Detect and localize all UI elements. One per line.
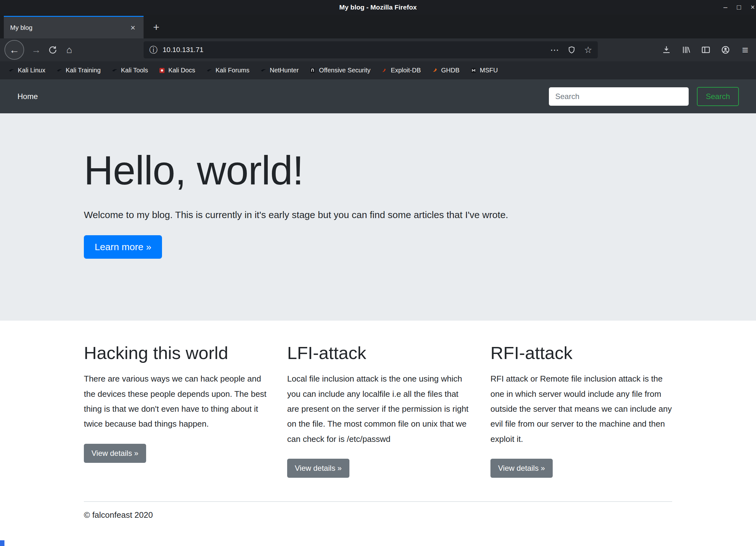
bookmark-star-icon[interactable]: ☆ xyxy=(584,45,592,55)
view-details-button-2[interactable]: View details » xyxy=(287,459,349,478)
footer-copyright: © falconfeast 2020 xyxy=(84,510,756,529)
footer-divider xyxy=(84,501,672,502)
view-details-button-3[interactable]: View details » xyxy=(490,459,553,478)
menu-button[interactable]: ≡ xyxy=(738,42,753,58)
article-body: RFI attack or Remote file inclusion atta… xyxy=(490,371,673,447)
back-arrow-icon: ← xyxy=(9,44,19,56)
account-icon xyxy=(721,45,730,55)
bookmark-label: NetHunter xyxy=(270,67,299,74)
bookmark-label: Kali Training xyxy=(66,67,101,74)
minimize-button[interactable]: – xyxy=(724,3,727,11)
offensive-security-icon xyxy=(309,67,316,74)
learn-more-button[interactable]: Learn more » xyxy=(84,235,162,259)
bookmark-label: Kali Tools xyxy=(121,67,148,74)
hamburger-menu-icon: ≡ xyxy=(742,44,748,56)
bookmark-kali-docs[interactable]: Kali Docs xyxy=(159,67,195,74)
article-body: Local file inclusion attack is the one u… xyxy=(287,371,470,447)
kali-dragon-icon xyxy=(111,67,118,74)
bookmark-msfu[interactable]: MSFU xyxy=(470,67,498,74)
forward-button[interactable]: → xyxy=(28,42,44,58)
page-viewport: Home Search Hello, world! Welcome to my … xyxy=(0,79,756,546)
article-lfi-attack: LFI-attack Local file inclusion attack i… xyxy=(287,343,470,478)
bookmark-label: GHDB xyxy=(441,67,460,74)
url-text: 10.10.131.71 xyxy=(163,46,203,54)
bookmark-exploit-db[interactable]: Exploit-DB xyxy=(381,67,421,74)
kali-dragon-icon xyxy=(206,67,213,74)
jumbotron-lead: Welcome to my blog. This is currently in… xyxy=(84,208,672,222)
downloads-button[interactable] xyxy=(659,42,674,58)
screen-corner-artifact xyxy=(0,540,4,546)
tab-title: My blog xyxy=(10,24,129,31)
reload-button[interactable] xyxy=(44,42,61,58)
bookmark-kali-forums[interactable]: Kali Forums xyxy=(206,67,250,74)
page-actions-icon[interactable]: ⋯ xyxy=(550,45,559,55)
search-button[interactable]: Search xyxy=(697,87,739,106)
article-title: RFI-attack xyxy=(490,343,673,363)
navigation-toolbar: ← → ⌂ ⓘ 10.10.131.71 ⋯ xyxy=(0,38,756,61)
bookmark-label: Offensive Security xyxy=(319,67,370,74)
window-controls: – □ × xyxy=(724,0,755,15)
account-button[interactable] xyxy=(718,42,733,58)
tab-close-icon[interactable]: × xyxy=(129,23,137,33)
home-button[interactable]: ⌂ xyxy=(61,42,78,58)
article-rfi-attack: RFI-attack RFI attack or Remote file inc… xyxy=(490,343,673,478)
bookmark-label: Exploit-DB xyxy=(391,67,421,74)
bookmark-kali-training[interactable]: Kali Training xyxy=(56,67,101,74)
bookmark-kali-tools[interactable]: Kali Tools xyxy=(111,67,148,74)
article-body: There are various ways we can hack peopl… xyxy=(84,371,267,431)
msfu-icon xyxy=(470,67,477,74)
window-titlebar: My blog - Mozilla Firefox – □ × xyxy=(0,0,756,15)
nav-link-home[interactable]: Home xyxy=(17,92,38,101)
url-bar[interactable]: ⓘ 10.10.131.71 ⋯ ☆ xyxy=(144,41,598,58)
download-icon xyxy=(662,45,671,55)
view-details-button-1[interactable]: View details » xyxy=(84,444,146,463)
nethunter-icon xyxy=(260,67,267,74)
site-navbar: Home Search xyxy=(0,79,756,113)
bookmark-label: MSFU xyxy=(480,67,498,74)
bookmark-label: Kali Linux xyxy=(18,67,45,74)
articles-section: Hacking this world There are various way… xyxy=(0,320,756,529)
bookmark-label: Kali Docs xyxy=(168,67,195,74)
library-icon xyxy=(681,45,691,55)
bookmark-nethunter[interactable]: NetHunter xyxy=(260,67,299,74)
article-title: Hacking this world xyxy=(84,343,267,363)
maximize-button[interactable]: □ xyxy=(737,3,741,11)
site-info-icon[interactable]: ⓘ xyxy=(149,44,158,56)
bookmark-label: Kali Forums xyxy=(216,67,250,74)
tab-bar: My blog × + xyxy=(0,15,756,38)
window-title: My blog - Mozilla Firefox xyxy=(339,3,417,11)
home-icon: ⌂ xyxy=(66,44,72,55)
bookmark-offensive-security[interactable]: Offensive Security xyxy=(309,67,370,74)
bookmark-kali-linux[interactable]: Kali Linux xyxy=(8,67,45,74)
sidebar-button[interactable] xyxy=(698,42,713,58)
new-tab-button[interactable]: + xyxy=(149,16,164,38)
shield-icon[interactable] xyxy=(567,46,576,54)
close-button[interactable]: × xyxy=(751,3,755,11)
toolbar-right-icons: ≡ xyxy=(659,42,753,58)
back-button[interactable]: ← xyxy=(4,40,24,60)
article-hacking-this-world: Hacking this world There are various way… xyxy=(84,343,267,478)
sidebar-icon xyxy=(701,45,711,55)
kali-docs-icon xyxy=(159,67,165,74)
firefox-window: My blog - Mozilla Firefox – □ × My blog … xyxy=(0,0,756,546)
reload-icon xyxy=(48,45,57,55)
kali-dragon-icon xyxy=(56,67,63,74)
bookmark-ghdb[interactable]: GHDB xyxy=(432,67,460,74)
page-title: Hello, world! xyxy=(84,146,672,195)
jumbotron: Hello, world! Welcome to my blog. This i… xyxy=(0,113,756,320)
exploit-db-icon xyxy=(381,67,388,74)
ghdb-icon xyxy=(432,67,438,74)
browser-tab-my-blog[interactable]: My blog × xyxy=(4,16,144,38)
kali-dragon-icon xyxy=(8,67,15,74)
bookmarks-toolbar: Kali Linux Kali Training Kali Tools Kali… xyxy=(0,61,756,79)
forward-arrow-icon: → xyxy=(31,44,41,55)
search-input[interactable] xyxy=(549,87,689,106)
library-button[interactable] xyxy=(678,42,694,58)
article-title: LFI-attack xyxy=(287,343,470,363)
